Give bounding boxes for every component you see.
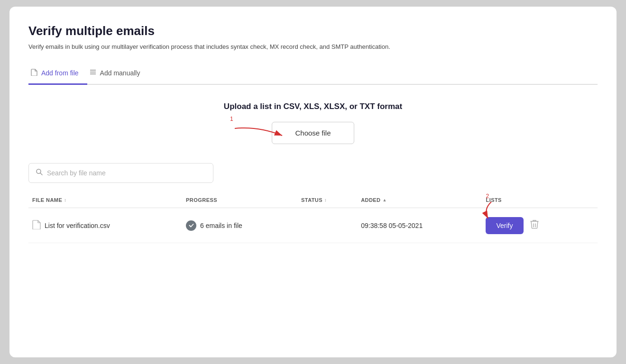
files-table: FILE NAME ↕ PROGRESS STATUS ↕ xyxy=(28,192,598,243)
file-icon xyxy=(30,68,38,78)
file-name-text: List for verification.csv xyxy=(45,222,110,229)
lists-cell: 2 Verify xyxy=(482,208,598,243)
list-icon xyxy=(89,68,97,78)
col-status: STATUS ↕ xyxy=(297,192,357,208)
svg-line-5 xyxy=(40,173,42,175)
upload-section: Upload a list in CSV, XLS, XLSX, or TXT … xyxy=(28,102,598,144)
tab-add-from-file-label: Add from file xyxy=(41,69,79,77)
search-input[interactable] xyxy=(47,169,206,177)
added-sort-icon[interactable]: ▲ xyxy=(383,198,387,202)
main-card: Verify multiple emails Verify emails in … xyxy=(9,7,617,357)
table-header: FILE NAME ↕ PROGRESS STATUS ↕ xyxy=(28,192,598,208)
col-lists: LISTS xyxy=(482,192,598,208)
tab-add-from-file[interactable]: Add from file xyxy=(28,64,87,85)
annotation-1-number: 1 xyxy=(230,116,233,122)
added-text: 09:38:58 05-05-2021 xyxy=(361,222,423,229)
main-content: Upload a list in CSV, XLS, XLSX, or TXT … xyxy=(28,102,598,243)
tab-add-manually[interactable]: Add manually xyxy=(87,64,149,85)
tabs-container: Add from file Add manually xyxy=(28,64,598,85)
tab-add-manually-label: Add manually xyxy=(100,69,140,77)
delete-button[interactable] xyxy=(526,217,543,234)
search-icon xyxy=(36,168,43,178)
status-sort-icon[interactable]: ↕ xyxy=(324,198,327,202)
added-cell: 09:38:58 05-05-2021 xyxy=(357,208,482,243)
col-progress: PROGRESS xyxy=(182,192,297,208)
check-circle-icon xyxy=(186,220,196,231)
csv-file-icon xyxy=(32,220,41,231)
table-row: List for verification.csv 6 emails in fi… xyxy=(28,208,598,243)
progress-cell: 6 emails in file xyxy=(182,208,297,243)
progress-text: 6 emails in file xyxy=(200,222,242,229)
verify-button[interactable]: Verify xyxy=(486,217,523,234)
upload-title: Upload a list in CSV, XLS, XLSX, or TXT … xyxy=(224,102,402,111)
col-added: ADDED ▲ xyxy=(357,192,482,208)
choose-file-button[interactable]: Choose file xyxy=(272,122,354,144)
page-title: Verify multiple emails xyxy=(28,24,598,38)
page-subtitle: Verify emails in bulk using our multilay… xyxy=(28,43,598,50)
file-name-cell: List for verification.csv xyxy=(28,208,182,243)
table-body: List for verification.csv 6 emails in fi… xyxy=(28,208,598,243)
search-bar xyxy=(28,163,213,183)
col-file-name: FILE NAME ↕ xyxy=(28,192,182,208)
file-name-sort-icon[interactable]: ↕ xyxy=(64,198,66,202)
status-cell xyxy=(297,208,357,243)
